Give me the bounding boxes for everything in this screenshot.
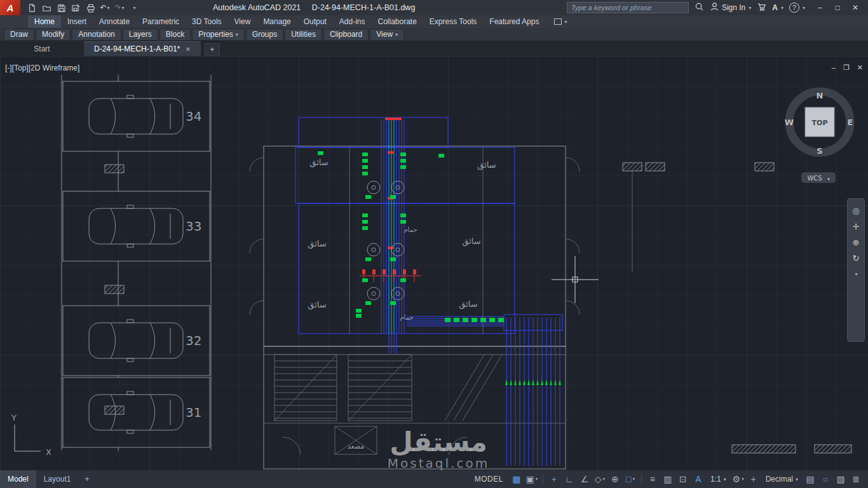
pan-icon[interactable]: ✛ [853, 222, 860, 231]
drawing-canvas[interactable]: 34 33 32 31 [0, 56, 868, 470]
tab-view[interactable]: View [228, 15, 257, 28]
isometric-drafting-icon[interactable]: ◇▾ [593, 472, 607, 486]
y-axis-label: Y [11, 413, 17, 423]
object-snap-icon[interactable]: □▾ [623, 472, 637, 486]
panel-view[interactable]: View▾ [370, 29, 404, 41]
new-drawing-tab-button[interactable]: + [205, 43, 220, 56]
tab-parametric[interactable]: Parametric [136, 15, 186, 28]
search-input[interactable] [567, 2, 689, 13]
quick-properties-icon[interactable]: ▤ [803, 472, 817, 486]
graphics-performance-icon[interactable]: ▧ [834, 472, 848, 486]
ortho-mode-icon[interactable]: ∟ [562, 472, 576, 486]
cart-icon[interactable] [757, 2, 766, 13]
application-menu-button[interactable]: A [0, 0, 20, 15]
document-window-controls: – ❐ ✕ [832, 64, 863, 72]
panel-clipboard[interactable]: Clipboard [323, 29, 369, 41]
new-layout-button[interactable]: + [78, 475, 95, 484]
help-icon: ? [789, 3, 799, 13]
transparency-icon[interactable]: ▥ [661, 472, 675, 486]
panel-groups[interactable]: Groups [246, 29, 283, 41]
minimize-button[interactable]: – [811, 0, 829, 15]
tab-manage[interactable]: Manage [257, 15, 297, 28]
isolate-objects-icon[interactable]: ○ [818, 472, 832, 486]
parking-number: 34 [186, 109, 201, 124]
drawing-area[interactable]: [-][Top][2D Wireframe] – ❐ ✕ ◎ ✛ ⊕ ↻ ▾ [0, 56, 868, 470]
doc-minimize-icon[interactable]: – [832, 64, 836, 72]
panel-modify[interactable]: Modify [36, 29, 71, 41]
svg-text:حمام: حمام [400, 314, 413, 321]
model-space-toggle[interactable]: MODEL [470, 475, 508, 484]
viewcube-top-face[interactable]: TOP [812, 119, 828, 127]
panel-properties[interactable]: Properties▾ [192, 29, 245, 41]
svg-text:سائق: سائق [462, 236, 480, 247]
doc-close-icon[interactable]: ✕ [857, 64, 863, 72]
qat-customize-button[interactable]: ▾ [128, 1, 140, 14]
navbar-more-icon[interactable]: ▾ [855, 270, 857, 278]
viewcube[interactable]: N S W E TOP [785, 91, 853, 156]
plot-button[interactable] [84, 1, 97, 14]
panel-annotation[interactable]: Annotation [72, 29, 121, 41]
panel-block[interactable]: Block [159, 29, 191, 41]
dynamic-input-icon[interactable]: + [547, 472, 561, 486]
viewcube-north[interactable]: N [817, 91, 824, 100]
lineweight-icon[interactable]: ≡ [646, 472, 660, 486]
panel-utilities[interactable]: Utilities [285, 29, 322, 41]
save-as-button[interactable] [69, 1, 82, 14]
tab-home[interactable]: Home [28, 15, 61, 28]
search-icon[interactable] [695, 2, 704, 13]
tab-annotate[interactable]: Annotate [93, 15, 136, 28]
file-tab-close-icon[interactable]: ✕ [185, 46, 190, 53]
redo-button[interactable]: ↷▾ [113, 1, 126, 14]
green-duct-tags [318, 151, 561, 385]
snap-mode-icon[interactable]: ▣▾ [525, 472, 539, 486]
save-button[interactable] [55, 1, 67, 14]
open-button[interactable] [40, 1, 53, 14]
layout1-tab[interactable]: Layout1 [36, 470, 79, 488]
close-button[interactable]: ✕ [846, 0, 864, 15]
svg-text:سائق: سائق [477, 160, 496, 170]
model-tab[interactable]: Model [0, 470, 36, 488]
viewcube-west[interactable]: W [785, 118, 794, 127]
viewcube-south[interactable]: S [817, 146, 822, 156]
new-drawing-button[interactable] [25, 1, 38, 14]
annotation-scale-control[interactable]: 1:1▾ [707, 475, 730, 484]
sign-in-button[interactable]: Sign In ▾ [710, 2, 751, 13]
units-control[interactable]: Decimal▾ [762, 475, 802, 484]
orbit-icon[interactable]: ↻ [853, 254, 860, 262]
undo-button[interactable]: ↶▾ [98, 1, 111, 14]
workspace-switching-icon[interactable]: ⚙▾ [731, 472, 745, 486]
svg-text:سائق: سائق [308, 300, 326, 310]
doc-restore-icon[interactable]: ❐ [843, 64, 850, 72]
object-snap-tracking-icon[interactable]: ⊕ [608, 472, 622, 486]
maximize-button[interactable]: □ [829, 0, 846, 15]
tab-collaborate[interactable]: Collaborate [371, 15, 423, 28]
tab-express-tools[interactable]: Express Tools [423, 15, 483, 28]
tab-add-ins[interactable]: Add-ins [333, 15, 372, 28]
svg-text:مستقل: مستقل [390, 426, 487, 458]
parking-number: 32 [186, 333, 201, 348]
annotation-monitor-icon[interactable]: + [747, 472, 761, 486]
zoom-icon[interactable]: ⊕ [853, 238, 860, 247]
file-tab-active-document[interactable]: D-24-94-MECH-1-A-B01* ✕ [84, 41, 201, 56]
file-tab-start[interactable]: Start [0, 42, 84, 56]
navigation-wheel-icon[interactable]: ◎ [852, 207, 859, 215]
grid-toggle-icon[interactable]: ▦ [510, 472, 524, 486]
ribbon-display-toggle[interactable]: ▾ [554, 15, 567, 28]
panel-draw[interactable]: Draw [4, 29, 34, 41]
viewcube-east[interactable]: E [848, 118, 853, 127]
selection-cycling-icon[interactable]: ⊡ [676, 472, 690, 486]
annotation-visibility-icon[interactable]: A [691, 472, 705, 486]
tab-featured-apps[interactable]: Featured Apps [483, 15, 545, 28]
tab-3d-tools[interactable]: 3D Tools [186, 15, 227, 28]
ucs-dropdown[interactable]: WCS ▾ [802, 173, 835, 182]
tab-output[interactable]: Output [297, 15, 333, 28]
title-bar: A ↶▾ ↷▾ ▾ Autodesk AutoCAD 2021 D-24-94-… [0, 0, 868, 15]
customize-icon[interactable]: ≣ [849, 472, 863, 486]
help-button[interactable]: ? ▾ [789, 3, 805, 13]
viewport-controls-label[interactable]: [-][Top][2D Wireframe] [5, 64, 79, 72]
polar-tracking-icon[interactable]: ∠ [578, 472, 592, 486]
window-controls: – □ ✕ [811, 0, 864, 15]
tab-insert[interactable]: Insert [61, 15, 93, 28]
exchange-apps-button[interactable]: A ▾ [772, 3, 783, 12]
panel-layers[interactable]: Layers [123, 29, 158, 41]
